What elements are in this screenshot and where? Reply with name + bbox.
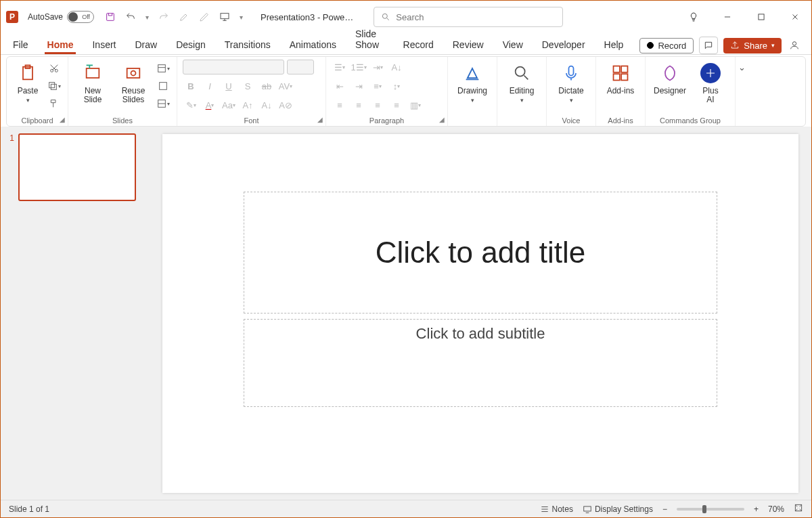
notes-button[interactable]: Notes [540,504,573,514]
tab-draw[interactable]: Draw [132,37,160,54]
italic-button[interactable]: I [202,79,218,93]
paragraph-dialog-launcher[interactable]: ◢ [439,116,445,123]
tab-developer[interactable]: Developer [539,37,588,54]
comments-button[interactable] [699,37,718,54]
sort-button[interactable]: A↓ [388,60,405,74]
present-icon[interactable] [218,10,231,24]
undo-icon[interactable] [124,10,137,24]
designer-button[interactable]: Designer [651,60,689,95]
reuse-slides-button[interactable]: Reuse Slides [114,60,152,104]
dictate-button[interactable]: Dictate ▾ [552,60,590,104]
plusai-button[interactable]: PlusAI [692,60,729,104]
tab-record[interactable]: Record [401,37,436,54]
format-painter-icon[interactable] [46,96,62,111]
search-box[interactable]: Search [374,7,563,27]
tab-design[interactable]: Design [173,37,208,54]
tab-file[interactable]: File [10,37,31,54]
section-icon[interactable]: ▾ [155,96,171,111]
change-case-button[interactable]: Aa▾ [221,98,237,112]
collapse-ribbon-button[interactable]: ⌄ [736,57,752,72]
line-spacing-button[interactable]: ≡▾ [369,79,386,93]
pen-icon[interactable] [198,10,211,24]
clipboard-group-label: Clipboard [12,115,62,125]
text-direction-button[interactable]: ↕▾ [388,79,405,93]
lightbulb-icon[interactable] [683,6,704,28]
subtitle-placeholder[interactable]: Click to add subtitle [244,319,717,407]
clipboard-dialog-launcher[interactable]: ◢ [60,116,65,123]
slide-canvas[interactable]: Click to add title Click to add subtitle [162,134,798,493]
title-placeholder[interactable]: Click to add title [244,192,717,314]
autosave-toggle[interactable]: Off [67,11,94,23]
copy-icon[interactable]: ▾ [46,79,62,93]
reuse-slides-label: Reuse Slides [122,87,145,104]
char-spacing-button[interactable]: AV▾ [277,79,294,93]
drawing-button[interactable]: Drawing ▾ [453,60,491,104]
numbering-button[interactable]: 1☰▾ [351,60,367,74]
svg-rect-12 [127,68,140,78]
tab-slideshow[interactable]: Slide Show [353,26,387,54]
workspace: 1 Click to add title Click to add subtit… [1,127,811,500]
zoom-out-button[interactable]: − [662,504,667,514]
new-slide-button[interactable]: New Slide [74,60,112,104]
maximize-button[interactable] [750,6,772,28]
qat-caret[interactable]: ▾ [145,14,149,21]
columns-button[interactable]: ▥▾ [407,98,424,112]
grow-font-button[interactable]: A↑ [240,98,256,112]
clear-format-button[interactable]: A⊘ [277,98,294,112]
shadow-button[interactable]: S [240,79,256,93]
addins-group-label: Add-ins [602,115,639,125]
zoom-slider-thumb[interactable] [702,505,706,513]
reset-icon[interactable] [155,79,171,93]
bullets-button[interactable]: ☰▾ [332,60,348,74]
ink-icon[interactable] [177,10,191,24]
highlight-button[interactable]: ✎▾ [183,98,199,112]
group-commands: Designer PlusAI Commands Group [646,57,736,126]
minimize-button[interactable] [717,6,738,28]
group-editing: Editing ▾ [497,57,547,126]
strikethrough-button[interactable]: ab [258,79,275,93]
list-level-button[interactable]: ⇥▾ [369,60,386,74]
zoom-slider[interactable] [677,508,744,511]
font-dialog-launcher[interactable]: ◢ [317,116,323,123]
slide-thumbnail-1[interactable] [18,133,136,201]
align-right-button[interactable]: ≡ [369,98,386,112]
tab-help[interactable]: Help [602,37,627,54]
underline-button[interactable]: U [221,79,237,93]
addins-button[interactable]: Add-ins [602,60,639,95]
tab-view[interactable]: View [500,37,526,54]
autosave[interactable]: AutoSave Off [28,11,94,23]
increase-indent-button[interactable]: ⇥ [351,79,367,93]
decrease-indent-button[interactable]: ⇤ [332,79,348,93]
editing-label: Editing [510,87,535,95]
paste-button[interactable]: Paste ▾ [12,60,43,104]
tab-review[interactable]: Review [450,37,487,54]
redo-icon[interactable] [157,10,171,24]
bold-button[interactable]: B [183,79,199,93]
font-color-button[interactable]: A▾ [202,98,218,112]
plusai-icon [700,63,721,83]
record-button[interactable]: Record [639,38,694,53]
titlebar-right [683,6,806,28]
align-left-button[interactable]: ≡ [332,98,348,112]
zoom-in-button[interactable]: + [754,504,759,514]
cut-icon[interactable] [46,61,62,76]
layout-icon[interactable]: ▾ [155,61,171,76]
editing-button[interactable]: Editing ▾ [503,60,541,104]
font-family-combo[interactable] [183,60,284,74]
align-center-button[interactable]: ≡ [351,98,367,112]
save-icon[interactable] [104,10,117,24]
tab-insert[interactable]: Insert [89,37,118,54]
fit-to-window-button[interactable] [794,503,803,515]
account-icon[interactable] [787,38,802,53]
share-button[interactable]: Share▾ [723,38,782,53]
display-settings-button[interactable]: Display Settings [583,504,653,514]
font-size-combo[interactable] [287,60,314,74]
justify-button[interactable]: ≡ [388,98,405,112]
qat-overflow[interactable]: ▾ [240,14,243,21]
shrink-font-button[interactable]: A↓ [258,98,275,112]
slide-thumbnails-panel: 1 [1,127,150,500]
tab-animations[interactable]: Animations [287,37,339,54]
tab-transitions[interactable]: Transitions [222,37,273,54]
close-button[interactable] [784,6,806,28]
tab-home[interactable]: Home [45,37,76,54]
